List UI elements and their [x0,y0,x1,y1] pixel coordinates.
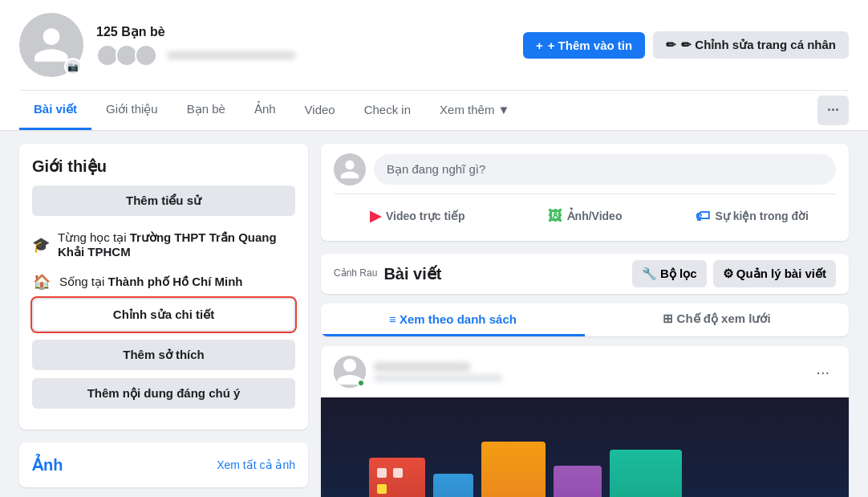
location-name: Thành phố Hồ Chí Minh [108,275,243,288]
add-to-story-button[interactable]: + + Thêm vào tin [523,32,645,59]
post-username-blurred [374,362,470,372]
home-icon: 🏠 [32,272,51,291]
intro-title: Giới thiệu [32,157,295,176]
feed-title: Bài viết [383,264,441,283]
profile-info: 125 Bạn bè [96,24,510,67]
edit-detail-button[interactable]: Chỉnh sửa chi tiết [32,298,295,332]
life-event-button[interactable]: 🏷 Sự kiện trong đời [668,201,836,231]
create-post-top: Bạn đang nghĩ gì? [334,153,836,185]
location-label: Sống tại [59,275,104,288]
window-3 [377,484,387,494]
plus-icon: + [536,39,543,52]
create-post-actions: ▶ Video trực tiếp 🖼 Ảnh/Video 🏷 Sự kiện … [334,194,836,231]
photo-video-label: Ảnh/Video [567,210,623,222]
event-icon: 🏷 [696,208,710,225]
location-info-row: 🏠 Sống tại Thành phố Hồ Chí Minh [32,266,295,298]
scene-building-4 [554,466,602,497]
scene-building-2 [433,474,473,497]
photo-icon: 🖼 [548,208,562,225]
left-column: Giới thiệu Thêm tiểu sử 🎓 Từng học tại T… [19,144,308,497]
right-column: Bạn đang nghĩ gì? ▶ Video trực tiếp 🖼 Ản… [321,144,849,497]
post-user-info [374,362,801,382]
pencil-icon: ✏ [666,38,676,52]
user-avatar-icon [339,158,361,181]
add-notable-button[interactable]: Thêm nội dung đáng chú ý [32,378,295,409]
tab-gioi-thieu[interactable]: Giới thiệu [91,91,172,130]
tab-xem-them[interactable]: Xem thêm ▼ [425,92,524,130]
tab-bai-viet[interactable]: Bài viết [19,91,91,130]
camera-badge-button[interactable]: 📷 [64,58,82,75]
photos-card: Ảnh Xem tất cả ảnh [19,442,308,487]
life-event-label: Sự kiện trong đời [715,210,808,222]
tab-ban-be[interactable]: Bạn bè [172,91,240,130]
profile-actions: + + Thêm vào tin ✏ ✏ Chỉnh sửa trang cá … [523,31,849,59]
post-input[interactable]: Bạn đang nghĩ gì? [374,154,836,185]
post-more-button[interactable]: ··· [809,360,836,385]
photo-video-button[interactable]: 🖼 Ảnh/Video [501,201,669,231]
view-grid-button[interactable]: ⊞ Chế độ xem lưới [585,303,849,336]
view-toggle: ≡ Xem theo danh sách ⊞ Chế độ xem lưới [321,303,849,336]
create-post-avatar [334,153,366,185]
profile-header: 📷 125 Bạn bè + + Thêm vào tin ✏ ✏ Chỉnh … [0,0,868,131]
tab-anh[interactable]: Ảnh [240,91,290,130]
photos-section-title: Ảnh [32,455,63,475]
school-text: Từng học tại Trường THPT Trần Quang Khải… [58,230,295,259]
add-to-story-label: + Thêm vào tin [548,39,632,52]
profile-nav: Bài viết Giới thiệu Bạn bè Ảnh Video Che… [19,90,849,130]
location-text: Sống tại Thành phố Hồ Chí Minh [59,275,243,289]
view-list-button[interactable]: ≡ Xem theo danh sách [321,303,585,336]
scene-building-3 [481,442,546,497]
edit-profile-button[interactable]: ✏ ✏ Chỉnh sửa trang cá nhân [653,31,849,59]
live-video-button[interactable]: ▶ Video trực tiếp [334,201,501,231]
tab-check-in[interactable]: Check in [350,92,425,130]
school-icon: 🎓 [32,235,50,255]
tab-video[interactable]: Video [290,92,350,130]
post-image: HONKAI... [321,397,849,497]
post-meta-blurred [374,374,502,382]
post-author-avatar [334,356,366,388]
window-2 [393,468,403,478]
school-label: Từng học tại [58,230,127,244]
school-info-row: 🎓 Từng học tại Trường THPT Trần Quang Kh… [32,224,295,266]
create-post-box: Bạn đang nghĩ gì? ▶ Video trực tiếp 🖼 Ản… [321,144,849,241]
edit-profile-label: ✏ Chỉnh sửa trang cá nhân [681,38,836,52]
feed-filter-button[interactable]: 🔧 Bộ lọc [632,260,707,287]
friend-avatar [135,44,157,67]
profile-avatar-icon [30,24,72,66]
friends-avatars [96,44,510,67]
main-content: Giới thiệu Thêm tiểu sử 🎓 Từng học tại T… [0,131,868,497]
friends-names-blurred [167,51,295,59]
scene-building-5 [610,450,682,497]
friends-count: 125 Bạn bè [96,24,510,39]
canhrao-label: Cảnh Rau [334,267,377,279]
profile-avatar-wrapper: 📷 [19,13,83,77]
see-all-photos-link[interactable]: Xem tất cả ảnh [217,458,295,471]
post-card: ··· HONKAI... [321,346,849,497]
live-video-label: Video trực tiếp [386,210,465,222]
add-hobby-button[interactable]: Thêm sở thích [32,340,295,370]
live-icon: ▶ [370,207,381,225]
window-1 [377,468,387,478]
nav-more-button[interactable]: ··· [817,96,849,125]
feed-manage-button[interactable]: ⚙ Quản lý bài viết [713,260,836,287]
feed-header: Cảnh Rau Bài viết 🔧 Bộ lọc ⚙ Quản lý bài… [321,254,849,294]
game-scene [321,397,849,497]
intro-card: Giới thiệu Thêm tiểu sử 🎓 Từng học tại T… [19,144,308,430]
post-header: ··· [321,346,849,397]
online-indicator [357,379,365,387]
add-bio-button[interactable]: Thêm tiểu sử [32,185,295,216]
